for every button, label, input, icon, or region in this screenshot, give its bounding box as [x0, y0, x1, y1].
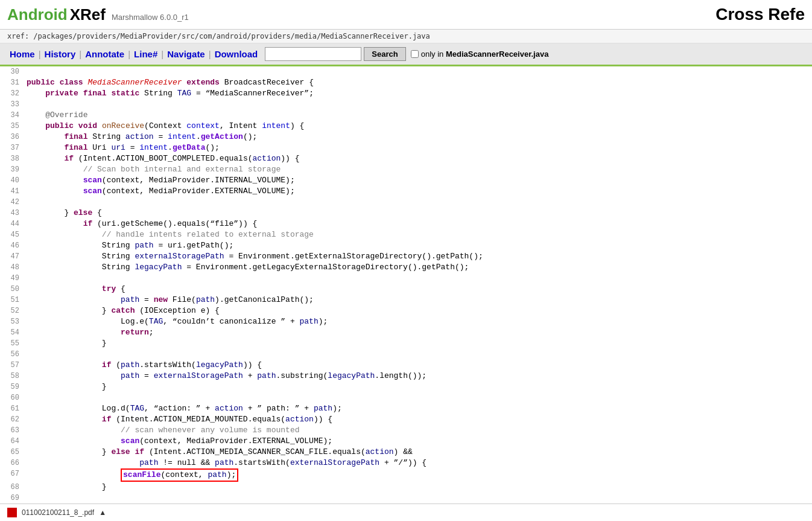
line-content: private final static String TAG = “Media… — [24, 88, 812, 99]
code-line: 66 path != null && path.startsWith(exter… — [0, 458, 812, 468]
code-line: 56 — [0, 349, 812, 360]
code-line: 60 — [0, 392, 812, 403]
line-content: } — [24, 382, 812, 392]
line-content: path = new File(path).getCanonicalPath()… — [24, 295, 812, 305]
logo: AndroidXRef Marshmallow 6.0.0_r1 — [7, 5, 189, 24]
nav-annotate[interactable]: Annotate — [83, 48, 127, 60]
line-content: // handle intents related to external st… — [24, 229, 812, 240]
code-line: 64 scan(context, MediaProvider.EXTERNAL_… — [0, 436, 812, 447]
line-number: 43 — [0, 208, 24, 219]
footer-arrow[interactable]: ▲ — [99, 508, 106, 517]
code-line: 59 } — [0, 382, 812, 392]
line-content: scanFile(context, path); — [24, 468, 812, 482]
line-number: 40 — [0, 175, 24, 186]
line-content: if (path.startsWith(legacyPath)) { — [24, 360, 812, 371]
code-line: 61 Log.d(TAG, “action: ” + action + ” pa… — [0, 403, 812, 414]
code-line: 31public class MediaScannerReceiver exte… — [0, 77, 812, 88]
nav-download[interactable]: Download — [212, 48, 261, 60]
line-number: 30 — [0, 66, 24, 77]
code-line: 40 scan(context, MediaProvider.INTERNAL_… — [0, 175, 812, 186]
code-line: 41 scan(context, MediaProvider.EXTERNAL_… — [0, 186, 812, 197]
code-line: 53 Log.e(TAG, “couldn’t canonicalize ” +… — [0, 316, 812, 327]
line-content: public class MediaScannerReceiver extend… — [24, 77, 812, 88]
code-line: 55 } — [0, 338, 812, 349]
code-line: 51 path = new File(path).getCanonicalPat… — [0, 295, 812, 305]
line-number: 67 — [0, 468, 24, 479]
line-content: public void onReceive(Context context, I… — [24, 121, 812, 132]
line-number: 38 — [0, 153, 24, 164]
code-line: 39 // Scan both internal and external st… — [0, 164, 812, 175]
code-line: 69 — [0, 493, 812, 503]
code-line: 57 if (path.startsWith(legacyPath)) { — [0, 360, 812, 371]
only-checkbox[interactable] — [411, 50, 419, 58]
code-line: 35 public void onReceive(Context context… — [0, 121, 812, 132]
line-number: 50 — [0, 284, 24, 295]
line-number: 39 — [0, 164, 24, 175]
code-line: 32 private final static String TAG = “Me… — [0, 88, 812, 99]
line-number: 45 — [0, 229, 24, 240]
line-content: } catch (IOException e) { — [24, 305, 812, 316]
only-label: only in MediaScannerReceiver.java — [421, 50, 549, 59]
line-number: 31 — [0, 77, 24, 88]
sep2: | — [79, 49, 81, 59]
line-content: try { — [24, 284, 812, 295]
code-line: 34 @Override — [0, 110, 812, 121]
line-number: 53 — [0, 316, 24, 327]
line-content: if (uri.getScheme().equals(“file”)) { — [24, 219, 812, 229]
line-content: } else { — [24, 208, 812, 219]
code-line: 30 — [0, 66, 812, 77]
code-line: 54 return; — [0, 327, 812, 338]
nav-home[interactable]: Home — [7, 48, 37, 60]
line-content: @Override — [24, 110, 812, 121]
line-content: Log.d(TAG, “action: ” + action + ” path:… — [24, 403, 812, 414]
line-number: 49 — [0, 273, 24, 284]
navbar: Home | History | Annotate | Line# | Navi… — [0, 43, 812, 66]
line-number: 54 — [0, 327, 24, 338]
logo-version: Marshmallow 6.0.0_r1 — [112, 13, 189, 22]
line-content: path != null && path.startsWith(external… — [24, 458, 812, 468]
line-number: 55 — [0, 338, 24, 349]
line-number: 33 — [0, 99, 24, 110]
line-number: 69 — [0, 493, 24, 503]
nav-navigate[interactable]: Navigate — [165, 48, 208, 60]
logo-android: Android — [7, 5, 68, 24]
line-number: 66 — [0, 458, 24, 468]
search-input[interactable] — [265, 47, 361, 61]
code-line: 46 String path = uri.getPath(); — [0, 240, 812, 251]
code-line: 63 // scan whenever any volume is mounte… — [0, 425, 812, 436]
logo-xref: XRef — [70, 5, 106, 24]
line-number: 68 — [0, 482, 24, 493]
line-content: } — [24, 338, 812, 349]
line-number: 42 — [0, 197, 24, 208]
nav-lineno[interactable]: Line# — [132, 48, 160, 60]
line-number: 48 — [0, 262, 24, 273]
line-content: String externalStoragePath = Environment… — [24, 251, 812, 262]
line-number: 36 — [0, 132, 24, 142]
line-number: 57 — [0, 360, 24, 371]
code-line: 45 // handle intents related to external… — [0, 229, 812, 240]
line-number: 51 — [0, 295, 24, 305]
line-content: final Uri uri = intent.getData(); — [24, 142, 812, 153]
code-line: 67 scanFile(context, path); — [0, 468, 812, 482]
breadcrumb: xref: /packages/providers/MediaProvider/… — [0, 30, 812, 43]
code-line: 42 — [0, 197, 812, 208]
line-content: Log.e(TAG, “couldn’t canonicalize ” + pa… — [24, 316, 812, 327]
code-line: 65 } else if (Intent.ACTION_MEDIA_SCANNE… — [0, 447, 812, 458]
nav-history[interactable]: History — [42, 48, 78, 60]
line-number: 60 — [0, 392, 24, 403]
line-content: } else if (Intent.ACTION_MEDIA_SCANNER_S… — [24, 447, 812, 458]
line-number: 41 — [0, 186, 24, 197]
line-number: 64 — [0, 436, 24, 447]
footer: 011002100211_8_.pdf ▲ — [0, 503, 812, 521]
code-line: 47 String externalStoragePath = Environm… — [0, 251, 812, 262]
search-button[interactable]: Search — [364, 47, 405, 61]
line-content: final String action = intent.getAction()… — [24, 132, 812, 142]
sep4: | — [161, 49, 163, 59]
code-line: 68 } — [0, 482, 812, 493]
code-area: 3031public class MediaScannerReceiver ex… — [0, 66, 812, 503]
line-content: scan(context, MediaProvider.INTERNAL_VOL… — [24, 175, 812, 186]
line-number: 59 — [0, 382, 24, 392]
line-number: 61 — [0, 403, 24, 414]
line-number: 37 — [0, 142, 24, 153]
line-number: 44 — [0, 219, 24, 229]
